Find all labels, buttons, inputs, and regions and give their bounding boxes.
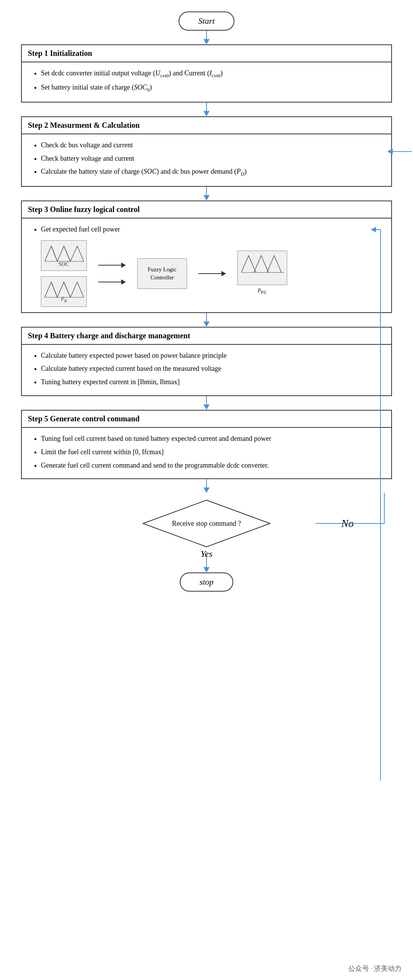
step2-bullet1: Check dc bus voltage and current [41, 140, 384, 151]
stop-label: stop [200, 577, 214, 587]
step2-bullet3: Calculate the battery state of charge (S… [41, 166, 384, 178]
feedback-vertical-line-tall [390, 130, 392, 188]
soc-membership-box: SOC [41, 240, 87, 271]
h-arrow-bottom [98, 279, 126, 285]
step2-header: Step 2 Measurment & Calculation [22, 117, 391, 134]
step1-body: Set dcdc converter initial output voltag… [22, 62, 391, 102]
arrow-start-to-step1 [8, 31, 405, 44]
fuzzy-controller-box: Fuzzy LogicController [137, 258, 187, 289]
fuzzy-controller-label: Fuzzy LogicController [148, 266, 176, 282]
arrow-step5-to-decision [8, 479, 405, 493]
h-arrow-output [198, 271, 226, 276]
step1-box: Step 1 Initialization Set dcdc converter… [21, 44, 392, 103]
start-label: Start [198, 16, 215, 26]
watermark-text: 公众号 · 济美动力 [348, 965, 402, 972]
step1-bullet1: Set dcdc converter initial output voltag… [41, 68, 384, 80]
step3-bullet1: Get expected fuel cell power [41, 224, 384, 235]
yes-label: Yes [200, 549, 212, 559]
step3-body: Get expected fuel cell power [22, 219, 391, 312]
start-terminal: Start [179, 11, 235, 31]
step5-bullet1: Tuning fuel cell current based on tuned … [41, 433, 384, 444]
watermark: 公众号 · 济美动力 [348, 964, 402, 973]
step4-body: Calculate battery expected power based o… [22, 345, 391, 395]
fuzzy-inputs: SOC Pd [41, 240, 87, 307]
step1-header: Step 1 Initialization [22, 45, 391, 62]
pfc-membership-box [237, 251, 287, 285]
step3-box: Step 3 Online fuzzy logical control Get … [21, 201, 392, 313]
stop-terminal: stop [180, 572, 234, 592]
step3-header: Step 3 Online fuzzy logical control [22, 201, 391, 219]
step5-body: Tuning fuel cell current based on tuned … [22, 428, 391, 478]
decision-diamond: Receive stop command ? Yes [141, 499, 272, 548]
fuzzy-diagram: SOC Pd [41, 240, 384, 307]
step2-box: Step 2 Measurment & Calculation Check dc… [21, 116, 392, 187]
no-feedback-arrow [315, 493, 392, 554]
step2-bullet2: Check battery voltage and current [41, 153, 384, 164]
step4-box: Step 4 Battery charge and discharge mana… [21, 327, 392, 396]
step5-header: Step 5 Generate control command [22, 411, 391, 428]
step5-box: Step 5 Generate control command Tuning f… [21, 410, 392, 479]
step1-bullet2: Set battery initial state of charge (SOC… [41, 82, 384, 94]
step4-bullet2: Calculate battery expected current based… [41, 363, 384, 374]
step4-bullet3: Tuning battery expected current in [Ibmi… [41, 377, 384, 388]
input-arrows [98, 263, 126, 285]
arrow-step3-to-step4 [8, 313, 405, 327]
step4-bullet1: Calculate battery expected power based o… [41, 350, 384, 361]
pd-membership-box: Pd [41, 276, 87, 307]
step5-bullet3: Generate fuel cell current command and s… [41, 460, 384, 471]
step2-section: Step 2 Measurment & Calculation Check dc… [21, 116, 392, 187]
arrow-step1-to-step2 [8, 103, 405, 116]
step4-header: Step 4 Battery charge and discharge mana… [22, 328, 391, 345]
decision-section: Receive stop command ? Yes No [21, 493, 392, 554]
soc-membership-svg [43, 242, 86, 264]
decision-question: Receive stop command ? [172, 520, 241, 528]
output-group: PFC [237, 251, 287, 297]
pfc-label: PFC [258, 287, 267, 297]
arrow-step4-to-step5 [8, 396, 405, 410]
step2-body: Check dc bus voltage and current Check b… [22, 134, 391, 186]
h-arrow-top [98, 263, 126, 268]
pd-membership-svg [43, 278, 86, 300]
step5-bullet2: Limit the fuel cell current within [0, I… [41, 447, 384, 458]
arrow-step2-to-step3 [8, 187, 405, 201]
flowchart: Start Step 1 Initialization Set dcdc con… [0, 0, 413, 615]
pfc-membership-svg [239, 253, 286, 276]
